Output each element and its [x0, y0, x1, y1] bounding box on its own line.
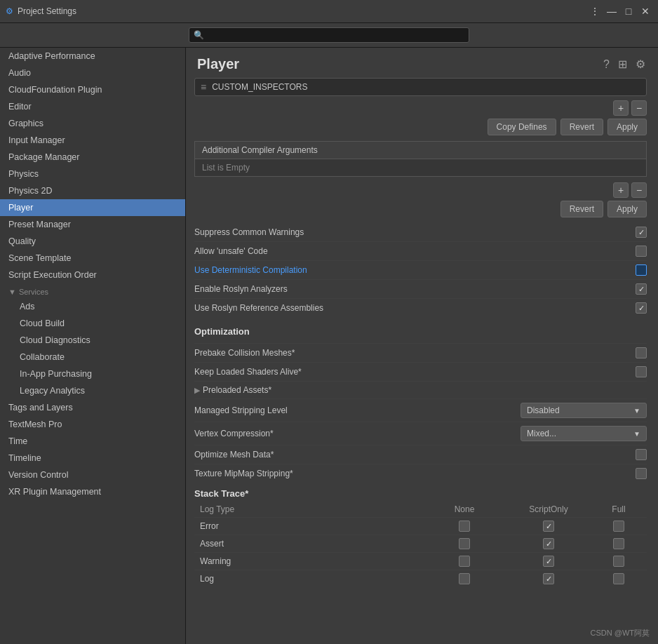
table-row: Error — [194, 518, 647, 535]
sidebar-item-collaborate[interactable]: Collaborate — [0, 349, 185, 365]
vertex-value: Mixed... — [527, 429, 556, 438]
revert-button-2[interactable]: Revert — [560, 201, 603, 217]
sidebar-item-ads[interactable]: Ads — [0, 298, 185, 315]
minimize-button[interactable]: — — [605, 4, 619, 18]
prebake-checkbox[interactable] — [636, 347, 647, 358]
error-full-checkbox[interactable] — [613, 521, 624, 532]
unsafe-code-checkbox[interactable] — [636, 246, 647, 257]
sidebar-item-graphics[interactable]: Graphics — [0, 115, 185, 132]
add-compiler-arg-button[interactable]: + — [613, 182, 629, 198]
optimize-mesh-label: Optimize Mesh Data* — [194, 450, 636, 459]
settings-button[interactable]: ⚙ — [634, 56, 647, 72]
remove-define-button[interactable]: − — [631, 100, 647, 116]
list-empty-text: List is Empty — [202, 163, 250, 173]
warning-scriptonly-cell — [506, 553, 591, 570]
optimize-mesh-checkbox[interactable] — [636, 449, 647, 460]
sidebar-item-input-manager[interactable]: Input Manager — [0, 132, 185, 149]
maximize-button[interactable]: □ — [622, 4, 636, 18]
deterministic-compilation-checkbox[interactable] — [636, 264, 647, 276]
mipmap-checkbox[interactable] — [636, 468, 647, 479]
assert-none-cell — [422, 535, 506, 553]
sidebar-item-cloud-diagnostics[interactable]: Cloud Diagnostics — [0, 332, 185, 349]
sidebar-item-cloudfoundation-plugin[interactable]: CloudFoundation Plugin — [0, 81, 185, 98]
help-button[interactable]: ? — [602, 57, 611, 72]
close-button[interactable]: ✕ — [638, 4, 652, 18]
revert-button-1[interactable]: Revert — [560, 119, 603, 135]
sidebar-item-tags-and-layers[interactable]: Tags and Layers — [0, 399, 185, 416]
sidebar-item-scene-template[interactable]: Scene Template — [0, 250, 185, 267]
setting-row-preloaded: ▶ Preloaded Assets* — [194, 382, 647, 399]
sidebar-item-player[interactable]: Player — [0, 199, 185, 216]
assert-label: Assert — [194, 535, 422, 553]
mipmap-label: Texture MipMap Stripping* — [194, 469, 636, 478]
sidebar-item-physics-2d[interactable]: Physics 2D — [0, 182, 185, 199]
error-scriptonly-checkbox[interactable] — [543, 521, 554, 532]
setting-row-roslyn-reference: Use Roslyn Reference Assemblies — [194, 299, 647, 317]
sidebar-item-physics[interactable]: Physics — [0, 166, 185, 182]
drag-handle-icon: ≡ — [201, 81, 206, 93]
sidebar-item-time[interactable]: Time — [0, 433, 185, 450]
menu-button[interactable]: ⋮ — [588, 4, 602, 18]
preloaded-label: Preloaded Assets* — [203, 385, 647, 395]
stripping-dropdown[interactable]: Disabled ▼ — [521, 403, 647, 418]
warning-none-checkbox[interactable] — [459, 556, 470, 567]
copy-defines-button[interactable]: Copy Defines — [488, 119, 556, 135]
sidebar: Adaptive PerformanceAudioCloudFoundation… — [0, 48, 186, 644]
setting-row-roslyn-analyzers: Enable Roslyn Analyzers — [194, 280, 647, 299]
sidebar-item-quality[interactable]: Quality — [0, 233, 185, 250]
sidebar-item-editor[interactable]: Editor — [0, 98, 185, 115]
sidebar-item-preset-manager[interactable]: Preset Manager — [0, 216, 185, 233]
sidebar-item-version-control[interactable]: Version Control — [0, 467, 185, 483]
suppress-warnings-checkbox[interactable] — [636, 227, 647, 238]
stripping-value: Disabled — [527, 405, 560, 415]
add-define-button[interactable]: + — [613, 100, 629, 116]
log-none-checkbox[interactable] — [459, 573, 470, 584]
content-scroll: ≡ CUSTOM_INSPECTORS + − Copy Defines Rev… — [186, 78, 658, 644]
apply-button-1[interactable]: Apply — [607, 119, 647, 135]
deterministic-compilation-label[interactable]: Use Deterministic Compilation — [194, 265, 636, 275]
error-none-checkbox[interactable] — [459, 521, 470, 532]
sidebar-item-textmesh-pro[interactable]: TextMesh Pro — [0, 416, 185, 433]
error-scriptonly-cell — [506, 518, 591, 535]
compiler-settings: Suppress Common Warnings Allow 'unsafe' … — [194, 223, 647, 317]
sidebar-item-in-app-purchasing[interactable]: In-App Purchasing — [0, 365, 185, 382]
shaders-checkbox[interactable] — [636, 366, 647, 377]
assert-scriptonly-checkbox[interactable] — [543, 538, 554, 549]
search-input[interactable] — [207, 30, 464, 40]
stack-trace-section: Stack Trace* Log Type None ScriptOnly Fu… — [194, 483, 647, 587]
remove-compiler-arg-button[interactable]: − — [631, 182, 647, 198]
log-scriptonly-checkbox[interactable] — [543, 573, 554, 584]
sidebar-item-legacy-analytics[interactable]: Legacy Analytics — [0, 382, 185, 399]
apply-button-2[interactable]: Apply — [607, 201, 647, 217]
roslyn-reference-checkbox[interactable] — [636, 302, 647, 314]
add-remove-row-1: + − — [194, 100, 647, 116]
sidebar-item-script-execution-order[interactable]: Script Execution Order — [0, 267, 185, 283]
error-none-cell — [422, 518, 506, 535]
setting-row-shaders: Keep Loaded Shaders Alive* — [194, 363, 647, 382]
sidebar-item-cloud-build[interactable]: Cloud Build — [0, 315, 185, 332]
assert-none-checkbox[interactable] — [459, 538, 470, 549]
table-row: Warning — [194, 553, 647, 570]
scriptonly-header: ScriptOnly — [506, 502, 591, 518]
warning-full-checkbox[interactable] — [613, 556, 624, 567]
sidebar-item-package-manager[interactable]: Package Manager — [0, 149, 185, 166]
sidebar-item-xr-plugin-management[interactable]: XR Plugin Management — [0, 483, 185, 500]
optimization-title: Optimization — [194, 321, 647, 340]
warning-scriptonly-checkbox[interactable] — [543, 556, 554, 567]
window-controls: ⋮ — □ ✕ — [588, 4, 652, 18]
sidebar-item-audio[interactable]: Audio — [0, 65, 185, 81]
defines-section: ≡ CUSTOM_INSPECTORS + − Copy Defines Rev… — [186, 78, 655, 593]
sidebar-category-services[interactable]: ▼Services — [0, 283, 185, 298]
log-full-checkbox[interactable] — [613, 573, 624, 584]
vertex-dropdown[interactable]: Mixed... ▼ — [521, 426, 647, 441]
prebake-label: Prebake Collision Meshes* — [194, 348, 636, 358]
log-label: Log — [194, 570, 422, 588]
layout-button[interactable]: ⊞ — [617, 56, 629, 72]
stack-trace-title: Stack Trace* — [194, 483, 647, 502]
unsafe-code-label: Allow 'unsafe' Code — [194, 246, 636, 256]
roslyn-analyzers-checkbox[interactable] — [636, 283, 647, 295]
sidebar-item-adaptive-performance[interactable]: Adaptive Performance — [0, 48, 185, 65]
sidebar-item-timeline[interactable]: Timeline — [0, 450, 185, 467]
tag-value: CUSTOM_INSPECTORS — [212, 82, 640, 92]
assert-full-checkbox[interactable] — [613, 538, 624, 549]
